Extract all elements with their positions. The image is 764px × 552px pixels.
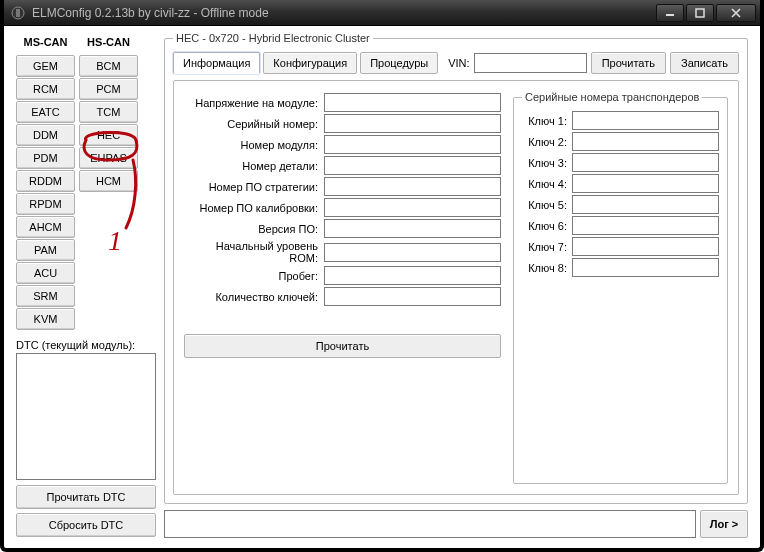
module-group: HEC - 0x720 - Hybrid Electronic Cluster …: [164, 32, 748, 504]
info-field[interactable]: [324, 243, 501, 262]
module-rpdm[interactable]: RPDM: [16, 193, 75, 215]
module-acu[interactable]: ACU: [16, 262, 75, 284]
svg-rect-2: [666, 14, 674, 16]
window-title: ELMConfig 0.2.13b by civil-zz - Offline …: [32, 6, 656, 20]
key-row-6: Ключ 6:: [522, 216, 719, 235]
key-field[interactable]: [572, 258, 719, 277]
info-field[interactable]: [324, 93, 501, 112]
key-row-7: Ключ 7:: [522, 237, 719, 256]
module-srm[interactable]: SRM: [16, 285, 75, 307]
module-pdm[interactable]: PDM: [16, 147, 75, 169]
module-hec[interactable]: HEC: [79, 124, 138, 146]
module-pam[interactable]: PAM: [16, 239, 75, 261]
log-toggle-button[interactable]: Лог >: [700, 510, 748, 538]
module-bcm[interactable]: BCM: [79, 55, 138, 77]
info-row-0: Напряжение на модуле:: [184, 93, 501, 112]
key-label: Ключ 2:: [522, 136, 572, 148]
key-field[interactable]: [572, 237, 719, 256]
key-field[interactable]: [572, 174, 719, 193]
module-rddm[interactable]: RDDM: [16, 170, 75, 192]
info-field[interactable]: [324, 219, 501, 238]
info-row-1: Серийный номер:: [184, 114, 501, 133]
module-eatc[interactable]: EATC: [16, 101, 75, 123]
close-button[interactable]: [716, 4, 756, 22]
info-row-9: Количество ключей:: [184, 287, 501, 306]
info-field[interactable]: [324, 287, 501, 306]
module-pcm[interactable]: PCM: [79, 78, 138, 100]
minimize-button[interactable]: [656, 4, 684, 22]
info-label: Номер модуля:: [184, 139, 324, 151]
app-icon: [10, 5, 26, 21]
log-output[interactable]: [164, 510, 696, 538]
info-field[interactable]: [324, 266, 501, 285]
tab-info-panel: Напряжение на модуле:Серийный номер:Номе…: [173, 80, 739, 495]
info-label: Количество ключей:: [184, 291, 324, 303]
dtc-listbox[interactable]: [16, 353, 156, 480]
hs-can-header: HS-CAN: [79, 32, 138, 54]
app-window: ELMConfig 0.2.13b by civil-zz - Offline …: [0, 0, 764, 552]
key-field[interactable]: [572, 132, 719, 151]
key-label: Ключ 1:: [522, 115, 572, 127]
info-row-8: Пробег:: [184, 266, 501, 285]
info-row-2: Номер модуля:: [184, 135, 501, 154]
read-info-button[interactable]: Прочитать: [184, 334, 501, 358]
key-row-1: Ключ 1:: [522, 111, 719, 130]
tab-1[interactable]: Конфигурация: [263, 52, 357, 74]
module-ehpas[interactable]: EHPAS: [79, 147, 138, 169]
info-row-4: Номер ПО стратегии:: [184, 177, 501, 196]
key-label: Ключ 8:: [522, 262, 572, 274]
key-label: Ключ 5:: [522, 199, 572, 211]
module-legend: HEC - 0x720 - Hybrid Electronic Cluster: [173, 32, 373, 44]
titlebar[interactable]: ELMConfig 0.2.13b by civil-zz - Offline …: [4, 0, 760, 26]
svg-rect-3: [696, 9, 704, 17]
info-field[interactable]: [324, 114, 501, 133]
module-kvm[interactable]: KVM: [16, 308, 75, 330]
key-row-4: Ключ 4:: [522, 174, 719, 193]
info-field[interactable]: [324, 177, 501, 196]
clear-dtc-button[interactable]: Сбросить DTC: [16, 513, 156, 537]
module-tcm[interactable]: TCM: [79, 101, 138, 123]
info-field[interactable]: [324, 198, 501, 217]
module-gem[interactable]: GEM: [16, 55, 75, 77]
read-vin-button[interactable]: Прочитать: [591, 52, 666, 74]
ms-can-column: MS-CAN GEMRCMEATCDDMPDMRDDMRPDMAHCMPAMAC…: [16, 32, 75, 331]
info-field[interactable]: [324, 156, 501, 175]
vin-label: VIN:: [448, 57, 469, 69]
module-ddm[interactable]: DDM: [16, 124, 75, 146]
tab-2[interactable]: Процедуры: [360, 52, 438, 74]
vin-input[interactable]: [474, 53, 587, 73]
maximize-button[interactable]: [686, 4, 714, 22]
info-label: Номер ПО стратегии:: [184, 181, 324, 193]
tab-0[interactable]: Информация: [173, 52, 260, 74]
key-row-8: Ключ 8:: [522, 258, 719, 277]
key-row-2: Ключ 2:: [522, 132, 719, 151]
module-rcm[interactable]: RCM: [16, 78, 75, 100]
key-label: Ключ 6:: [522, 220, 572, 232]
module-selector-panel: MS-CAN GEMRCMEATCDDMPDMRDDMRPDMAHCMPAMAC…: [16, 32, 156, 538]
read-dtc-button[interactable]: Прочитать DTC: [16, 485, 156, 509]
info-label: Номер детали:: [184, 160, 324, 172]
info-label: Напряжение на модуле:: [184, 97, 324, 109]
ms-can-header: MS-CAN: [16, 32, 75, 54]
key-label: Ключ 7:: [522, 241, 572, 253]
module-hcm[interactable]: HCM: [79, 170, 138, 192]
key-field[interactable]: [572, 153, 719, 172]
info-label: Версия ПО:: [184, 223, 324, 235]
info-label: Серийный номер:: [184, 118, 324, 130]
info-row-3: Номер детали:: [184, 156, 501, 175]
info-row-5: Номер ПО калибровки:: [184, 198, 501, 217]
key-field[interactable]: [572, 111, 719, 130]
dtc-label: DTC (текущий модуль):: [16, 339, 156, 351]
key-label: Ключ 4:: [522, 178, 572, 190]
module-ahcm[interactable]: AHCM: [16, 216, 75, 238]
info-row-7: Начальный уровень ROM:: [184, 240, 501, 264]
info-label: Номер ПО калибровки:: [184, 202, 324, 214]
key-field[interactable]: [572, 195, 719, 214]
key-field[interactable]: [572, 216, 719, 235]
info-row-6: Версия ПО:: [184, 219, 501, 238]
tab-bar: ИнформацияКонфигурацияПроцедуры: [173, 52, 438, 74]
info-field[interactable]: [324, 135, 501, 154]
key-row-5: Ключ 5:: [522, 195, 719, 214]
hs-can-column: HS-CAN BCMPCMTCMHECEHPASHCM: [79, 32, 138, 331]
write-vin-button[interactable]: Записать: [670, 52, 739, 74]
